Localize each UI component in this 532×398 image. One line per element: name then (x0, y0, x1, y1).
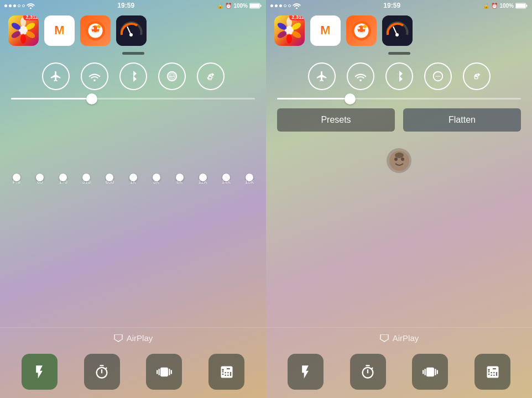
signal-dot-2 (9, 4, 12, 7)
signal-dot-r3 (279, 4, 282, 7)
eq-thumb-60[interactable] (36, 174, 44, 181)
signal-dot-r2 (275, 4, 278, 7)
timer-icon-left (94, 364, 109, 380)
calculator-btn-right[interactable] (474, 354, 510, 390)
battery-left: 100% (233, 3, 248, 9)
vibrate-icon-left (157, 364, 172, 380)
svg-point-45 (395, 33, 399, 36)
presets-row: Presets Flatten (277, 108, 521, 132)
airplay-row-right[interactable]: AirPlay (266, 327, 532, 348)
svg-point-39 (358, 27, 360, 29)
signal-dot-4 (18, 4, 20, 7)
airplane-mode-btn-left[interactable] (42, 62, 70, 90)
right-panel: 19:59 🔒 ⏰ 100% 2,312 M (266, 0, 532, 398)
wifi-icon-right (293, 3, 301, 9)
photos-app-right: 2,312 (274, 15, 305, 46)
eq-thumb-3K[interactable] (153, 174, 160, 181)
wifi-btn-left[interactable] (81, 62, 108, 90)
donotdisturb-btn-right[interactable] (424, 62, 452, 90)
timer-btn-right[interactable] (350, 354, 386, 390)
brightness-slider-left[interactable] (0, 95, 266, 103)
eq-thumb-Pre[interactable] (13, 174, 20, 181)
eq-thumb-14K[interactable] (222, 174, 230, 181)
reddit-app-right (346, 15, 377, 46)
flatten-button[interactable]: Flatten (403, 108, 521, 132)
drag-handle-left (0, 50, 266, 57)
brightness-thumb-right[interactable] (345, 93, 356, 104)
airplay-icon-left (113, 334, 123, 342)
svg-point-14 (92, 27, 94, 29)
svg-point-46 (359, 80, 362, 82)
brightness-fill-right (277, 98, 350, 100)
svg-point-50 (394, 158, 398, 161)
photos-badge-right: 2,312 (289, 15, 305, 20)
lock-icon-right: 🔒 (483, 3, 489, 9)
eq-thumb-310[interactable] (82, 174, 90, 181)
brightness-slider-right[interactable] (266, 95, 532, 103)
calculator-btn-left[interactable] (208, 354, 244, 390)
eq-thumb-12K[interactable] (199, 174, 207, 181)
gmail-letter-right: M (320, 23, 330, 38)
eq-thumb-600[interactable] (106, 174, 113, 181)
signal-dot-3 (13, 4, 16, 7)
presets-button[interactable]: Presets (277, 108, 395, 132)
flashlight-icon-right (298, 364, 313, 380)
eq-thumb-16K[interactable] (246, 174, 253, 181)
eq-band-Pre: Pre (7, 177, 27, 185)
brightness-fill-left (11, 98, 92, 100)
timer-icon-right (360, 364, 375, 380)
vibrate-icon-right (423, 364, 438, 380)
time-right: 19:59 (383, 2, 400, 9)
flashlight-btn-left[interactable] (22, 354, 58, 390)
eq-band-12K: 12K (193, 177, 213, 185)
eq-band-6K: 6K (170, 177, 190, 185)
eq-thumb-1K[interactable] (129, 174, 137, 181)
app-row-right: 2,312 M (266, 11, 532, 50)
svg-rect-2 (250, 4, 259, 8)
eq-section-left: Pre 60 170 310 (0, 103, 266, 327)
flashlight-btn-right[interactable] (288, 354, 324, 390)
signal-dot-5 (22, 4, 25, 7)
wifi-btn-right[interactable] (347, 62, 374, 90)
speedtest-app-right (382, 15, 413, 46)
svg-rect-27 (516, 4, 525, 8)
signal-dot-1 (4, 4, 7, 7)
svg-rect-28 (526, 4, 528, 7)
gmail-app-left: M (44, 15, 75, 46)
svg-point-20 (129, 33, 133, 36)
airplane-mode-btn-right[interactable] (308, 62, 336, 90)
airplay-row-left[interactable]: AirPlay (0, 327, 266, 348)
eq-thumb-6K[interactable] (176, 174, 184, 181)
svg-marker-53 (379, 339, 389, 342)
vibrate-btn-left[interactable] (146, 354, 182, 390)
alarm-icon-left: ⏰ (225, 3, 232, 9)
eq-thumb-170[interactable] (59, 174, 67, 181)
battery-right: 100% (499, 3, 514, 9)
rotation-lock-btn-left[interactable] (197, 62, 225, 90)
airplay-icon-right (379, 334, 389, 342)
vibrate-btn-right[interactable] (412, 354, 448, 390)
eq-band-14K: 14K (216, 177, 236, 185)
app-row-left: 2,312 M (0, 11, 266, 50)
timer-btn-left[interactable] (84, 354, 120, 390)
wifi-icon-left (27, 3, 35, 9)
brightness-track-left (11, 98, 255, 100)
drag-handle-right (266, 50, 532, 57)
brightness-thumb-left[interactable] (86, 93, 97, 104)
eq-band-16K: 16K (239, 177, 259, 185)
calculator-icon-left (219, 364, 234, 380)
controls-row-right (266, 57, 532, 95)
face-icon-container (277, 140, 521, 181)
rotation-lock-btn-right[interactable] (463, 62, 491, 90)
gmail-app-right: M (310, 15, 341, 46)
bluetooth-btn-right[interactable] (385, 62, 413, 90)
donotdisturb-btn-left[interactable] (158, 62, 186, 90)
bluetooth-btn-left[interactable] (119, 62, 147, 90)
status-left-right (270, 3, 301, 9)
brightness-track-right (277, 98, 521, 100)
svg-point-25 (296, 7, 298, 9)
battery-icon-left (249, 3, 262, 9)
status-left (4, 3, 35, 9)
svg-line-17 (96, 26, 100, 27)
eq-band-60: 60 (30, 177, 50, 185)
